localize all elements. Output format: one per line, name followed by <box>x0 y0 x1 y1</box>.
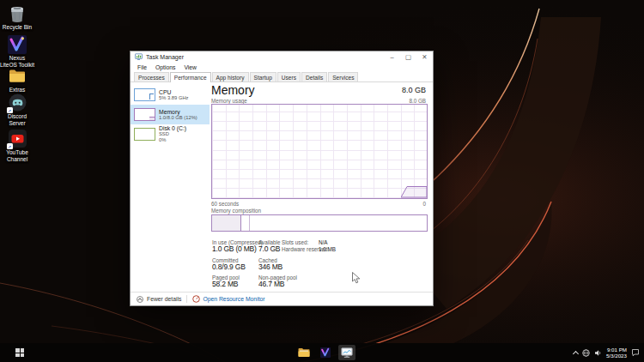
sidebar-item-detail: SSD <box>159 131 186 137</box>
desktop-icon-extras[interactable]: Extras <box>0 66 34 94</box>
fewer-details-button[interactable]: Fewer details <box>147 296 181 302</box>
tab-users[interactable]: Users <box>277 72 301 81</box>
menu-view[interactable]: View <box>179 64 201 70</box>
windows-logo-icon <box>15 348 20 353</box>
tray-expand-chevron-icon[interactable] <box>573 350 579 356</box>
tab-app-history[interactable]: App history <box>212 72 249 81</box>
mouse-cursor <box>352 272 361 284</box>
desktop-icon-label: YouTube Channel <box>0 149 34 162</box>
shortcut-arrow-icon: ↗ <box>7 143 13 149</box>
x-axis-left-label: 60 seconds <box>211 201 239 207</box>
stat-value: 1.0 MB <box>319 246 336 252</box>
composition-label: Memory composition <box>211 208 261 214</box>
tab-startup[interactable]: Startup <box>250 72 276 81</box>
desktop-icon-label: Discord Server <box>0 113 34 126</box>
stat-value: 46.7 MB <box>258 280 284 288</box>
usage-chart-max-label: 8.0 GB <box>409 98 426 104</box>
tab-performance[interactable]: Performance <box>170 72 211 82</box>
windows-logo-icon <box>21 353 25 358</box>
youtube-icon: ↗ <box>8 129 27 148</box>
stat-value: 7.0 GB <box>258 244 280 253</box>
desktop: Recycle Bin Nexus LiteOS Toolkit Extras <box>0 0 644 362</box>
stat-value: 1.0 GB (0 MB) <box>212 244 257 253</box>
discord-icon: ↗ <box>8 93 27 112</box>
close-button[interactable]: ✕ <box>416 51 433 63</box>
memory-usage-chart[interactable] <box>211 104 428 199</box>
composition-in-use-segment <box>212 215 241 231</box>
x-axis-right-label: 0 <box>422 201 426 207</box>
performance-sidebar: CPU 5% 3.89 GHz Memory 1.0/8.0 GB (12%) … <box>131 83 210 291</box>
network-globe-icon[interactable] <box>582 349 590 357</box>
maximize-button[interactable]: ▢ <box>400 51 416 63</box>
fewer-details-chevron-icon <box>137 296 143 303</box>
sidebar-item-name: Disk 0 (C:) <box>159 125 186 131</box>
desktop-icon-label: Recycle Bin <box>3 24 32 31</box>
window-footer: Fewer details Open Resource Monitor <box>131 292 433 305</box>
menu-bar: File Options View <box>131 63 433 71</box>
stat-value: 346 MB <box>258 262 283 271</box>
sidebar-item-detail: 0% <box>159 137 186 143</box>
page-title: Memory <box>211 83 255 97</box>
footer-divider <box>186 295 187 303</box>
sidebar-item-disk0[interactable]: Disk 0 (C:) SSD 0% <box>131 124 210 144</box>
task-manager-app-icon <box>135 53 143 61</box>
stat-value: 0.8/9.9 GB <box>212 262 246 271</box>
composition-modified-segment <box>249 215 250 231</box>
sidebar-item-cpu[interactable]: CPU 5% 3.89 GHz <box>131 85 210 105</box>
file-explorer-icon <box>298 347 310 358</box>
task-manager-window: Task Manager – ▢ ✕ File Options View Pro… <box>130 51 434 306</box>
nexus-toolkit-icon <box>8 34 27 54</box>
taskbar-clock[interactable]: 9:01 PM 5/3/2023 <box>606 347 627 359</box>
stat-value: 58.2 MB <box>212 280 238 288</box>
sidebar-item-memory[interactable]: Memory 1.0/8.0 GB (12%) <box>131 105 210 124</box>
folder-icon <box>8 66 27 86</box>
start-button[interactable] <box>15 348 24 357</box>
window-title: Task Manager <box>146 54 184 60</box>
resource-monitor-icon <box>192 295 200 303</box>
total-memory-value: 8.0 GB <box>402 86 426 94</box>
volume-icon[interactable] <box>594 349 602 357</box>
desktop-icon-youtube-channel[interactable]: ↗ YouTube Channel <box>0 129 34 162</box>
stat-label: Slots used: <box>282 239 308 245</box>
open-resource-monitor-link[interactable]: Open Resource Monitor <box>203 296 264 302</box>
usage-area-series <box>401 104 427 198</box>
disk-mini-graph <box>134 128 155 141</box>
taskbar-file-explorer[interactable] <box>295 345 313 360</box>
usage-chart-label: Memory usage <box>211 98 247 104</box>
taskbar: 9:01 PM 5/3/2023 <box>0 343 644 362</box>
tab-details[interactable]: Details <box>301 72 327 81</box>
system-tray: 9:01 PM 5/3/2023 <box>574 343 640 362</box>
taskbar-nexus-toolkit[interactable] <box>317 345 334 360</box>
tab-bar: Processes Performance App history Startu… <box>131 71 433 82</box>
windows-logo-icon <box>21 348 25 353</box>
shortcut-arrow-icon: ↗ <box>7 107 13 113</box>
window-titlebar[interactable]: Task Manager – ▢ ✕ <box>131 51 433 63</box>
sidebar-item-name: Memory <box>159 109 197 115</box>
cpu-mini-graph <box>134 88 155 101</box>
sidebar-item-name: CPU <box>159 89 188 95</box>
windows-logo-icon <box>15 353 20 358</box>
clock-date: 5/3/2023 <box>606 353 627 359</box>
desktop-icon-nexus-toolkit[interactable]: Nexus LiteOS Toolkit <box>0 34 34 68</box>
taskbar-task-manager-active[interactable] <box>338 345 355 360</box>
tab-services[interactable]: Services <box>328 72 358 81</box>
clock-time: 9:01 PM <box>606 347 627 353</box>
memory-mini-graph <box>134 108 155 121</box>
tab-processes[interactable]: Processes <box>134 72 169 81</box>
sidebar-item-detail: 5% 3.89 GHz <box>159 95 188 101</box>
action-center-icon[interactable] <box>631 348 640 357</box>
stat-value: N/A <box>319 239 328 245</box>
menu-file[interactable]: File <box>133 64 151 70</box>
memory-composition-bar[interactable] <box>211 214 428 232</box>
nexus-toolkit-icon <box>320 347 331 358</box>
desktop-icon-recycle-bin[interactable]: Recycle Bin <box>0 3 34 31</box>
recycle-bin-icon <box>8 3 27 23</box>
minimize-button[interactable]: – <box>384 51 400 63</box>
task-manager-icon <box>341 347 353 359</box>
sidebar-item-detail: 1.0/8.0 GB (12%) <box>159 115 197 121</box>
desktop-icon-discord-server[interactable]: ↗ Discord Server <box>0 93 34 126</box>
memory-panel: Memory 8.0 GB Memory usage 8.0 GB 60 sec… <box>210 83 433 291</box>
menu-options[interactable]: Options <box>151 64 179 70</box>
